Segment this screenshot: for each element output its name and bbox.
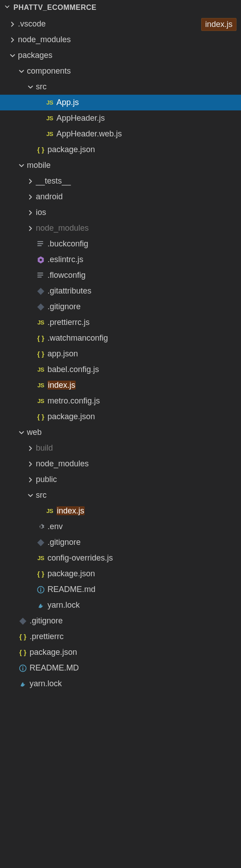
js-file-icon: JS	[44, 508, 56, 514]
file-label: .gitignore	[29, 616, 63, 626]
chevron-right-icon	[26, 476, 35, 484]
file-label: .buckconfig	[47, 239, 88, 249]
file-mobile-index-js[interactable]: JS index.js	[0, 377, 241, 393]
file-prettierrc-js[interactable]: JS .prettierrc.js	[0, 315, 241, 330]
file-root-readme[interactable]: README.MD	[0, 660, 241, 676]
folder-android[interactable]: android	[0, 189, 241, 205]
file-label: .gitattributes	[47, 286, 91, 296]
config-file-icon	[35, 240, 47, 248]
file-buckconfig[interactable]: .buckconfig	[0, 236, 241, 252]
chevron-right-icon	[26, 209, 35, 217]
file-app-json[interactable]: { } app.json	[0, 346, 241, 362]
folder-web[interactable]: web	[0, 425, 241, 440]
file-label: README.md	[47, 585, 95, 594]
file-app-js[interactable]: JS App.js	[0, 95, 241, 110]
chevron-right-icon	[26, 193, 35, 201]
git-file-icon	[35, 303, 47, 311]
file-label: index.js	[47, 381, 76, 390]
file-env[interactable]: .env	[0, 519, 241, 535]
folder-label: .vscode	[17, 19, 46, 29]
folder-label: android	[35, 192, 63, 202]
file-metro-config[interactable]: JS metro.config.js	[0, 393, 241, 409]
folder-web-src[interactable]: src	[0, 487, 241, 503]
file-flowconfig[interactable]: .flowconfig	[0, 267, 241, 283]
json-file-icon: { }	[17, 633, 29, 640]
js-file-icon: JS	[35, 366, 47, 373]
file-label: .prettierrc	[29, 632, 64, 641]
chevron-right-icon	[8, 36, 17, 44]
json-file-icon: { }	[35, 350, 47, 358]
chevron-right-icon	[26, 177, 35, 185]
file-label: README.MD	[29, 663, 79, 673]
folder-public[interactable]: public	[0, 472, 241, 487]
folder-build[interactable]: build	[0, 440, 241, 456]
file-label: package.json	[47, 145, 95, 154]
file-label: package.json	[29, 648, 77, 657]
folder-label: public	[35, 475, 57, 484]
file-mobile-package-json[interactable]: { } package.json	[0, 409, 241, 425]
folder-label: src	[35, 491, 47, 500]
explorer-header[interactable]: PHATTV_ECOMMERCE	[0, 0, 241, 15]
gear-file-icon	[35, 523, 47, 530]
file-babel-config[interactable]: JS babel.config.js	[0, 362, 241, 377]
folder-label: node_modules	[17, 35, 71, 44]
file-config-overrides[interactable]: JS config-overrides.js	[0, 550, 241, 566]
file-gitattributes[interactable]: .gitattributes	[0, 283, 241, 299]
folder-label: build	[35, 443, 53, 453]
folder-label: src	[35, 82, 47, 92]
eslint-file-icon	[35, 256, 47, 264]
chevron-down-icon	[8, 52, 17, 60]
folder-label: ios	[35, 208, 46, 217]
file-web-gitignore[interactable]: .gitignore	[0, 535, 241, 550]
folder-packages[interactable]: packages	[0, 48, 241, 63]
git-file-icon	[35, 287, 47, 295]
file-label: app.json	[47, 349, 78, 359]
file-root-yarn-lock[interactable]: yarn.lock	[0, 676, 241, 692]
search-result-badge: index.js	[201, 18, 237, 31]
project-title: PHATTV_ECOMMERCE	[13, 4, 97, 12]
folder-web-node-modules[interactable]: node_modules	[0, 456, 241, 472]
folder-tests[interactable]: __tests__	[0, 173, 241, 189]
git-file-icon	[17, 617, 29, 625]
info-file-icon	[17, 664, 29, 672]
file-watchmanconfig[interactable]: { } .watchmanconfig	[0, 330, 241, 346]
file-root-prettierrc[interactable]: { } .prettierrc	[0, 629, 241, 644]
yarn-file-icon	[35, 602, 47, 609]
file-mobile-gitignore[interactable]: .gitignore	[0, 299, 241, 315]
folder-label: node_modules	[35, 224, 89, 233]
file-explorer: PHATTV_ECOMMERCE index.js .vscode node_m…	[0, 0, 241, 692]
file-web-index-js[interactable]: JS index.js	[0, 503, 241, 519]
file-web-yarn-lock[interactable]: yarn.lock	[0, 597, 241, 613]
file-label: .prettierrc.js	[47, 318, 90, 327]
json-file-icon: { }	[17, 649, 29, 656]
file-root-package-json[interactable]: { } package.json	[0, 644, 241, 660]
chevron-right-icon	[26, 460, 35, 468]
folder-src[interactable]: src	[0, 79, 241, 95]
file-label: yarn.lock	[29, 679, 62, 688]
file-web-package-json[interactable]: { } package.json	[0, 566, 241, 582]
info-file-icon	[35, 586, 47, 594]
js-file-icon: JS	[44, 115, 56, 122]
folder-node-modules[interactable]: node_modules	[0, 32, 241, 48]
folder-label: packages	[17, 51, 52, 60]
file-eslintrc[interactable]: .eslintrc.js	[0, 252, 241, 267]
json-file-icon: { }	[35, 146, 47, 153]
js-file-icon: JS	[35, 398, 47, 404]
chevron-down-icon	[17, 429, 26, 437]
js-file-icon: JS	[44, 99, 56, 106]
file-label: AppHeader.web.js	[56, 129, 122, 139]
file-appheader-js[interactable]: JS AppHeader.js	[0, 110, 241, 126]
folder-mobile-node-modules[interactable]: node_modules	[0, 220, 241, 236]
file-appheader-web-js[interactable]: JS AppHeader.web.js	[0, 126, 241, 142]
file-label: .flowconfig	[47, 271, 86, 280]
folder-mobile[interactable]: mobile	[0, 158, 241, 173]
folder-ios[interactable]: ios	[0, 205, 241, 220]
file-web-readme[interactable]: README.md	[0, 582, 241, 597]
json-file-icon: { }	[35, 334, 47, 342]
folder-label: web	[26, 428, 42, 437]
chevron-right-icon	[26, 444, 35, 452]
folder-components[interactable]: components	[0, 63, 241, 79]
json-file-icon: { }	[35, 570, 47, 578]
file-components-package-json[interactable]: { } package.json	[0, 142, 241, 158]
file-root-gitignore[interactable]: .gitignore	[0, 613, 241, 629]
